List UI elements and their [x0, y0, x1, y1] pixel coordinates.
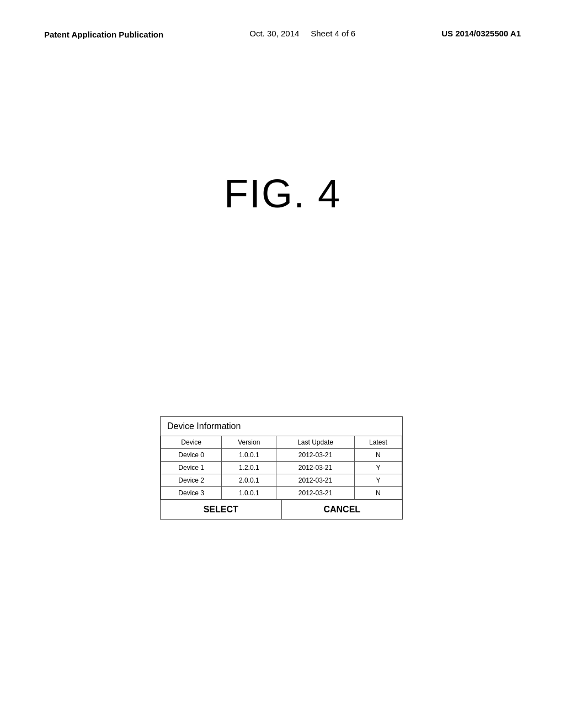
table-header-row: Device Version Last Update Latest: [161, 436, 402, 449]
table-footer: SELECT CANCEL: [161, 500, 402, 519]
cancel-button[interactable]: CANCEL: [282, 500, 403, 519]
table-row[interactable]: Device 11.2.0.12012-03-21Y: [161, 462, 402, 474]
col-header-last-update: Last Update: [276, 436, 355, 449]
cell-latest: N: [354, 487, 402, 500]
table-row[interactable]: Device 01.0.0.12012-03-21N: [161, 449, 402, 462]
cell-device: Device 2: [161, 474, 222, 487]
header-center-group: Oct. 30, 2014 Sheet 4 of 6: [249, 29, 355, 38]
col-header-latest: Latest: [354, 436, 402, 449]
cell-last-update: 2012-03-21: [276, 449, 355, 462]
select-button[interactable]: SELECT: [161, 500, 282, 519]
col-header-device: Device: [161, 436, 222, 449]
cell-version: 2.0.0.1: [222, 474, 276, 487]
device-information-panel: Device Information Device Version Last U…: [160, 416, 403, 520]
page: Patent Application Publication Oct. 30, …: [0, 0, 565, 728]
cell-latest: Y: [354, 474, 402, 487]
cell-last-update: 2012-03-21: [276, 487, 355, 500]
device-table: Device Version Last Update Latest Device…: [161, 436, 402, 500]
cell-latest: N: [354, 449, 402, 462]
date-label: Oct. 30, 2014: [249, 29, 299, 38]
table-row[interactable]: Device 31.0.0.12012-03-21N: [161, 487, 402, 500]
page-header: Patent Application Publication Oct. 30, …: [0, 29, 565, 40]
table-row[interactable]: Device 22.0.0.12012-03-21Y: [161, 474, 402, 487]
cell-version: 1.0.0.1: [222, 449, 276, 462]
figure-title: FIG. 4: [0, 171, 565, 216]
cell-device: Device 1: [161, 462, 222, 474]
cell-device: Device 0: [161, 449, 222, 462]
cell-last-update: 2012-03-21: [276, 474, 355, 487]
col-header-version: Version: [222, 436, 276, 449]
cell-device: Device 3: [161, 487, 222, 500]
cell-version: 1.2.0.1: [222, 462, 276, 474]
device-information-title: Device Information: [161, 417, 402, 436]
cell-last-update: 2012-03-21: [276, 462, 355, 474]
publication-label: Patent Application Publication: [44, 29, 163, 40]
sheet-label: Sheet 4 of 6: [311, 29, 355, 38]
cell-version: 1.0.0.1: [222, 487, 276, 500]
patent-number-label: US 2014/0325500 A1: [441, 29, 521, 38]
cell-latest: Y: [354, 462, 402, 474]
